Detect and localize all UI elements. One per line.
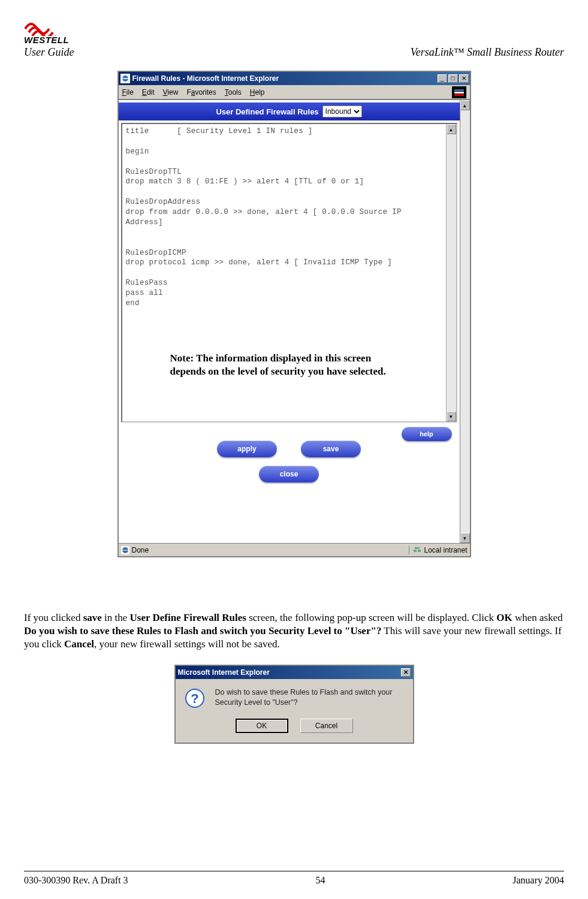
- body-paragraph: If you clicked save in the User Define F…: [24, 611, 564, 650]
- page-heading-text: User Defined Firewall Rules: [216, 107, 318, 116]
- brand-logo-block: WESTELL User Guide: [24, 17, 74, 59]
- textarea-scrollbar[interactable]: ▴ ▾: [446, 124, 456, 421]
- status-ie-icon: [121, 546, 129, 554]
- svg-rect-8: [415, 547, 420, 549]
- viewport-scroll-down-icon[interactable]: ▾: [460, 533, 470, 543]
- ie-window: Firewall Rules - Microsoft Internet Expl…: [117, 71, 471, 557]
- page-header: WESTELL User Guide VersaLink™ Small Busi…: [24, 11, 564, 59]
- direction-select[interactable]: Inbound: [322, 105, 362, 117]
- scroll-down-icon[interactable]: ▾: [447, 411, 456, 421]
- apply-button[interactable]: apply: [217, 441, 277, 457]
- screenshot-note: Note: The information displayed in this …: [170, 352, 396, 378]
- rules-textarea[interactable]: title [ Security Level 1 IN rules ] begi…: [121, 123, 457, 423]
- dialog-titlebar: Microsoft Internet Explorer ✕: [176, 666, 413, 679]
- viewport-scroll-track[interactable]: [460, 110, 470, 533]
- brand-name: WESTELL: [24, 35, 69, 45]
- westell-wave-icon: [24, 17, 66, 36]
- action-buttons-row-1: apply save: [119, 441, 460, 457]
- ie-app-icon: [120, 74, 130, 83]
- action-buttons-row-2: close: [119, 466, 460, 482]
- close-button[interactable]: close: [259, 466, 319, 482]
- help-button-wrap: help: [402, 427, 452, 441]
- help-button[interactable]: help: [402, 427, 452, 441]
- user-guide-label: User Guide: [24, 46, 74, 59]
- dialog-body: ? Do wish to save these Rules to Flash a…: [176, 679, 413, 719]
- dialog-buttons: OK Cancel: [176, 719, 413, 743]
- close-window-button[interactable]: ✕: [459, 74, 469, 83]
- menu-view[interactable]: View: [163, 88, 179, 96]
- menu-file[interactable]: File: [122, 88, 134, 96]
- svg-text:?: ?: [191, 691, 198, 706]
- ie-throbber-icon: [452, 86, 466, 98]
- local-intranet-icon: [413, 546, 421, 554]
- scroll-track[interactable]: [447, 134, 456, 411]
- footer-left: 030-300390 Rev. A Draft 3: [24, 875, 128, 886]
- dialog-cancel-button[interactable]: Cancel: [300, 719, 353, 733]
- footer-rule: [24, 871, 564, 871]
- svg-rect-7: [418, 550, 421, 552]
- product-title: VersaLink™ Small Business Router: [411, 46, 564, 59]
- status-text-left: Done: [132, 546, 149, 554]
- footer-right: January 2004: [512, 875, 564, 886]
- viewport-scroll-up-icon[interactable]: ▴: [460, 100, 470, 110]
- save-button[interactable]: save: [301, 441, 361, 457]
- page-footer: 030-300390 Rev. A Draft 3 54 January 200…: [24, 875, 564, 886]
- window-title: Firewall Rules - Microsoft Internet Expl…: [132, 74, 438, 83]
- menu-favorites[interactable]: Favorites: [186, 88, 216, 96]
- svg-rect-4: [454, 89, 464, 91]
- menu-tools[interactable]: Tools: [225, 88, 242, 96]
- dialog-message: Do wish to save these Rules to Flash and…: [215, 687, 405, 708]
- dialog-title-text: Microsoft Internet Explorer: [178, 668, 270, 677]
- dialog-ok-button[interactable]: OK: [236, 719, 288, 733]
- status-bar: Done Local intranet: [119, 543, 470, 556]
- maximize-button[interactable]: □: [448, 74, 458, 83]
- page-heading-bar: User Defined Firewall Rules Inbound: [119, 102, 460, 120]
- svg-rect-6: [414, 550, 417, 552]
- status-text-right: Local intranet: [424, 546, 467, 554]
- scroll-up-icon[interactable]: ▴: [447, 124, 456, 134]
- svg-rect-2: [454, 94, 464, 96]
- menubar: File Edit View Favorites Tools Help: [119, 85, 470, 99]
- footer-center: 54: [315, 875, 325, 886]
- minimize-button[interactable]: _: [438, 74, 447, 83]
- menu-edit[interactable]: Edit: [142, 88, 155, 96]
- dialog-close-button[interactable]: ✕: [401, 668, 411, 677]
- window-titlebar: Firewall Rules - Microsoft Internet Expl…: [119, 72, 470, 85]
- menu-help[interactable]: Help: [250, 88, 265, 96]
- confirm-dialog: Microsoft Internet Explorer ✕ ? Do wish …: [174, 665, 414, 744]
- question-icon: ?: [184, 687, 206, 709]
- viewport-scrollbar[interactable]: ▴ ▾: [460, 100, 470, 543]
- svg-rect-3: [454, 92, 464, 93]
- browser-viewport: User Defined Firewall Rules Inbound titl…: [119, 99, 470, 543]
